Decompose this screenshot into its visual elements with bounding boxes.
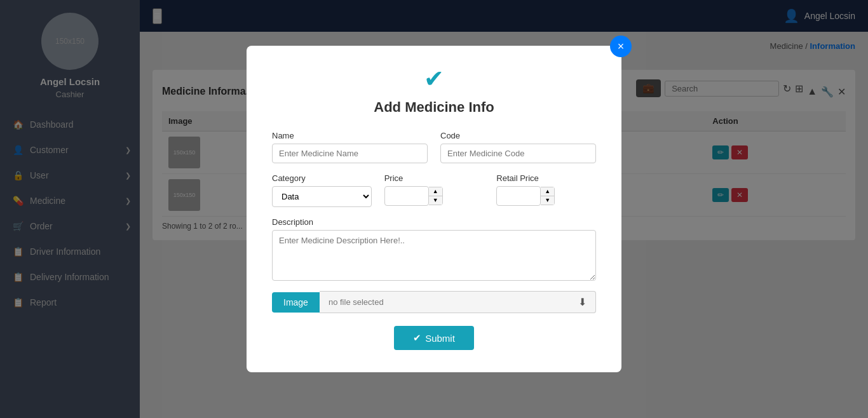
- code-group: Code: [440, 131, 596, 163]
- submit-row: ✔ Submit: [272, 326, 596, 350]
- submit-label: Submit: [425, 333, 455, 344]
- name-group: Name: [272, 131, 428, 163]
- retail-price-up-button[interactable]: ▲: [541, 187, 554, 196]
- name-input[interactable]: [272, 144, 428, 163]
- price-input-wrap: 00.00 ▲ ▼: [384, 186, 484, 206]
- description-group: Description: [272, 217, 596, 281]
- modal-close-button[interactable]: ×: [610, 36, 632, 57]
- code-label: Code: [440, 131, 596, 140]
- file-text: no file selected ⬇: [320, 291, 596, 313]
- description-label: Description: [272, 217, 596, 227]
- file-no-selected-text: no file selected: [329, 297, 384, 307]
- retail-price-spinner: ▲ ▼: [541, 187, 555, 205]
- description-textarea[interactable]: [272, 230, 596, 281]
- submit-check-icon: ✔: [413, 332, 421, 344]
- check-icon: ✔: [424, 65, 444, 93]
- price-label: Price: [384, 173, 484, 183]
- modal-check-icon-wrap: ✔: [272, 65, 596, 93]
- modal-overlay[interactable]: × ✔ Add Medicine Info Name Code Category…: [0, 0, 868, 418]
- price-spinner: ▲ ▼: [429, 187, 443, 205]
- code-input[interactable]: [440, 144, 596, 163]
- image-upload-button[interactable]: Image: [272, 292, 320, 313]
- price-input[interactable]: 00.00: [384, 186, 429, 206]
- retail-price-input-wrap: 00.00 ▲ ▼: [496, 186, 596, 206]
- download-icon: ⬇: [578, 296, 587, 308]
- category-select[interactable]: Data: [272, 186, 372, 207]
- category-group: Category Data: [272, 173, 372, 207]
- retail-price-label: Retail Price: [496, 173, 596, 183]
- price-up-button[interactable]: ▲: [429, 187, 442, 196]
- retail-price-group: Retail Price 00.00 ▲ ▼: [496, 173, 596, 207]
- file-upload-row: Image no file selected ⬇: [272, 291, 596, 313]
- category-label: Category: [272, 173, 372, 183]
- add-medicine-modal: × ✔ Add Medicine Info Name Code Category…: [247, 46, 621, 372]
- retail-price-input[interactable]: 00.00: [496, 186, 541, 206]
- modal-title: Add Medicine Info: [272, 99, 596, 116]
- name-label: Name: [272, 131, 428, 140]
- price-down-button[interactable]: ▼: [429, 196, 442, 205]
- retail-price-down-button[interactable]: ▼: [541, 196, 554, 205]
- price-group: Price 00.00 ▲ ▼: [384, 173, 484, 207]
- submit-button[interactable]: ✔ Submit: [394, 326, 474, 350]
- category-price-row: Category Data Price 00.00 ▲ ▼ Retail Pri…: [272, 173, 596, 207]
- name-code-row: Name Code: [272, 131, 596, 163]
